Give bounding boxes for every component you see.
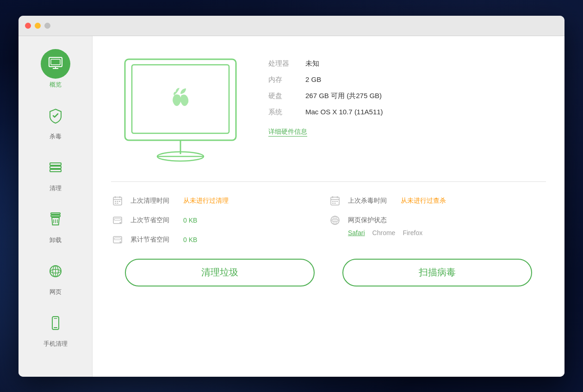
spec-system: 系统 Mac OS X 10.7 (11A511) bbox=[268, 108, 546, 117]
spec-processor: 处理器 未知 bbox=[268, 59, 546, 68]
web-icon bbox=[47, 263, 64, 280]
memory-value: 2 GB bbox=[305, 75, 321, 84]
sidebar-label-uninstall: 卸载 bbox=[50, 236, 62, 244]
sidebar-item-overview[interactable]: 概览 bbox=[19, 45, 92, 93]
app-window: 概览 杀毒 bbox=[19, 16, 564, 377]
last-scan-row: 上次杀毒时间 从未进行过查杀 bbox=[329, 196, 546, 206]
web-protection-title-row: 网页保护状态 bbox=[329, 215, 546, 225]
calendar-icon-scan bbox=[329, 196, 341, 206]
sidebar-item-phone[interactable]: 手机清理 bbox=[19, 305, 92, 352]
uninstall-icon bbox=[47, 211, 64, 228]
bottom-section: 上次清理时间 从未进行过清理 上次节省空间 0 bbox=[111, 182, 546, 245]
spec-memory: 内存 2 GB bbox=[268, 75, 546, 84]
last-clean-row: 上次清理时间 从未进行过清理 bbox=[111, 196, 329, 206]
last-scan-label: 上次杀毒时间 bbox=[348, 197, 394, 205]
svg-rect-7 bbox=[50, 169, 61, 172]
detail-hardware-link[interactable]: 详细硬件信息 bbox=[268, 128, 307, 137]
firefox-link[interactable]: Firefox bbox=[403, 229, 422, 236]
minimize-button[interactable] bbox=[35, 23, 41, 29]
browser-links: Safari Chrome Firefox bbox=[329, 229, 546, 236]
last-save-value: 0 KB bbox=[183, 217, 197, 224]
svg-rect-32 bbox=[117, 203, 118, 204]
content-area: 处理器 未知 内存 2 GB 硬盘 267 GB 可用 (共275 GB) 系统… bbox=[93, 36, 564, 377]
svg-point-38 bbox=[120, 241, 121, 243]
web-protection-section: 网页保护状态 Safari Chrome Firefox bbox=[329, 215, 546, 236]
svg-rect-6 bbox=[50, 166, 61, 168]
processor-value: 未知 bbox=[305, 59, 319, 68]
info-column-right: 上次杀毒时间 从未进行过查杀 bbox=[329, 196, 546, 245]
svg-rect-29 bbox=[117, 201, 118, 202]
total-save-row: 累计节省空间 0 KB bbox=[111, 235, 329, 245]
sidebar-label-antivirus: 杀毒 bbox=[50, 132, 62, 141]
antivirus-icon bbox=[47, 107, 64, 124]
safari-link[interactable]: Safari bbox=[348, 229, 365, 236]
svg-rect-1 bbox=[51, 59, 60, 65]
svg-rect-46 bbox=[332, 203, 334, 204]
svg-point-35 bbox=[120, 222, 121, 223]
sidebar: 概览 杀毒 bbox=[19, 36, 93, 377]
specs-container: 处理器 未知 内存 2 GB 硬盘 267 GB 可用 (共275 GB) 系统… bbox=[268, 50, 546, 137]
phone-icon bbox=[47, 315, 64, 331]
info-column-left: 上次清理时间 从未进行过清理 上次节省空间 0 bbox=[111, 196, 329, 245]
sidebar-label-phone: 手机清理 bbox=[43, 340, 68, 348]
top-section: 处理器 未知 内存 2 GB 硬盘 267 GB 可用 (共275 GB) 系统… bbox=[111, 50, 546, 182]
last-clean-value: 从未进行过清理 bbox=[183, 197, 229, 205]
svg-rect-28 bbox=[115, 201, 116, 202]
sidebar-item-uninstall[interactable]: 卸载 bbox=[19, 201, 92, 248]
sidebar-label-overview: 概览 bbox=[50, 81, 62, 89]
total-save-label: 累计节省空间 bbox=[130, 236, 177, 244]
last-scan-value: 从未进行过查杀 bbox=[401, 197, 446, 205]
sidebar-label-clean: 清理 bbox=[50, 184, 62, 193]
disk-label: 硬盘 bbox=[268, 92, 296, 100]
title-bar bbox=[19, 16, 564, 36]
memory-label: 内存 bbox=[268, 75, 296, 84]
scan-button[interactable]: 扫描病毒 bbox=[342, 259, 532, 286]
spec-disk: 硬盘 267 GB 可用 (共275 GB) bbox=[268, 92, 546, 100]
system-value: Mac OS X 10.7 (11A511) bbox=[305, 108, 383, 117]
svg-rect-43 bbox=[332, 201, 334, 202]
overview-icon bbox=[47, 56, 64, 72]
sidebar-item-web[interactable]: 网页 bbox=[19, 253, 92, 300]
maximize-button[interactable] bbox=[44, 23, 50, 29]
main-content: 概览 杀毒 bbox=[19, 36, 564, 377]
svg-rect-47 bbox=[335, 203, 336, 204]
calendar-icon-clean bbox=[111, 196, 124, 206]
sidebar-label-web: 网页 bbox=[50, 288, 62, 296]
svg-rect-8 bbox=[51, 213, 60, 214]
disk-value: 267 GB 可用 (共275 GB) bbox=[305, 92, 382, 100]
disk-icon-save bbox=[111, 215, 124, 225]
total-save-value: 0 KB bbox=[183, 236, 197, 243]
svg-rect-44 bbox=[335, 201, 336, 202]
svg-rect-34 bbox=[114, 218, 121, 220]
last-clean-label: 上次清理时间 bbox=[130, 197, 177, 205]
close-button[interactable] bbox=[25, 23, 31, 29]
processor-label: 处理器 bbox=[268, 59, 296, 68]
web-protection-label: 网页保护状态 bbox=[348, 216, 394, 224]
action-buttons: 清理垃圾 扫描病毒 bbox=[111, 259, 546, 286]
svg-rect-5 bbox=[50, 163, 61, 165]
system-label: 系统 bbox=[268, 108, 296, 117]
traffic-lights bbox=[25, 23, 50, 29]
monitor-illustration bbox=[111, 50, 250, 168]
svg-rect-30 bbox=[119, 201, 120, 202]
disk-icon-total bbox=[111, 235, 124, 245]
svg-rect-37 bbox=[114, 238, 121, 240]
svg-rect-31 bbox=[115, 203, 116, 204]
svg-rect-45 bbox=[336, 201, 338, 202]
last-save-row: 上次节省空间 0 KB bbox=[111, 215, 329, 225]
sidebar-item-antivirus[interactable]: 杀毒 bbox=[19, 97, 92, 144]
svg-rect-9 bbox=[51, 215, 60, 217]
clean-icon bbox=[47, 159, 64, 176]
last-save-label: 上次节省空间 bbox=[130, 216, 177, 224]
clean-button[interactable]: 清理垃圾 bbox=[125, 259, 315, 286]
sidebar-item-clean[interactable]: 清理 bbox=[19, 149, 92, 196]
chrome-link[interactable]: Chrome bbox=[372, 229, 396, 236]
globe-icon bbox=[329, 215, 341, 225]
